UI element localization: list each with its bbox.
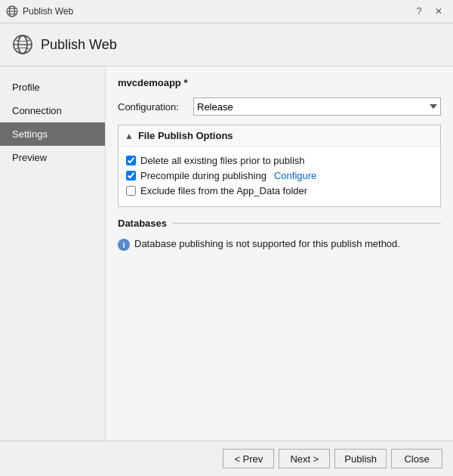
title-bar-controls: ? ✕ — [411, 5, 447, 18]
prev-button[interactable]: < Prev — [223, 449, 274, 468]
dialog-footer: < Prev Next > Publish Close — [0, 440, 453, 476]
title-bar-left: Publish Web — [6, 5, 73, 17]
dialog-title: Publish Web — [41, 37, 117, 53]
publish-web-title-icon — [6, 5, 18, 17]
sidebar-item-profile[interactable]: Profile — [0, 76, 105, 99]
title-bar: Publish Web ? ✕ — [0, 0, 453, 23]
expand-icon: ▲ — [125, 131, 134, 141]
close-window-button[interactable]: ✕ — [430, 5, 447, 18]
options-header-label: File Publish Options — [138, 130, 233, 141]
options-body: Delete all existing files prior to publi… — [119, 147, 440, 206]
dialog-body: Publish Web Profile Connection Settings … — [0, 23, 453, 476]
next-button[interactable]: Next > — [279, 449, 330, 468]
precompile-checkbox[interactable] — [126, 171, 136, 181]
exclude-appdata-row: Exclude files from the App_Data folder — [126, 185, 433, 196]
delete-existing-checkbox[interactable] — [126, 156, 136, 165]
config-select[interactable]: Release Debug — [193, 97, 441, 116]
databases-title-row: Databases — [118, 218, 441, 229]
sidebar-item-connection[interactable]: Connection — [0, 99, 105, 122]
databases-title: Databases — [118, 218, 167, 229]
file-publish-options-panel: ▲ File Publish Options Delete all existi… — [118, 125, 441, 207]
section-divider — [173, 223, 441, 224]
help-button[interactable]: ? — [411, 5, 427, 18]
exclude-appdata-checkbox[interactable] — [126, 186, 136, 196]
info-icon: i — [118, 239, 130, 251]
header-globe-icon — [12, 34, 33, 55]
sidebar-item-preview[interactable]: Preview — [0, 146, 105, 169]
content-area: mvcdemoapp * Configuration: Release Debu… — [106, 66, 453, 440]
options-header[interactable]: ▲ File Publish Options — [119, 125, 440, 147]
db-info-row: i Database publishing is not supported f… — [118, 235, 441, 254]
config-row: Configuration: Release Debug — [118, 97, 441, 116]
configure-link[interactable]: Configure — [274, 170, 316, 181]
delete-existing-label: Delete all existing files prior to publi… — [140, 155, 305, 166]
sidebar: Profile Connection Settings Preview — [0, 66, 106, 440]
db-info-text: Database publishing is not supported for… — [134, 238, 400, 249]
dialog-main: Profile Connection Settings Preview mvcd… — [0, 66, 453, 440]
publish-button[interactable]: Publish — [334, 449, 387, 468]
precompile-row: Precompile during publishing Configure — [126, 170, 433, 181]
close-button[interactable]: Close — [391, 449, 442, 468]
config-label: Configuration: — [118, 101, 186, 113]
precompile-label: Precompile during publishing — [140, 170, 267, 181]
delete-existing-row: Delete all existing files prior to publi… — [126, 155, 433, 166]
exclude-appdata-label: Exclude files from the App_Data folder — [140, 185, 307, 196]
databases-section: Databases i Database publishing is not s… — [118, 218, 441, 254]
title-bar-text: Publish Web — [23, 6, 73, 17]
app-name: mvcdemoapp * — [118, 77, 441, 88]
sidebar-item-settings[interactable]: Settings — [0, 122, 105, 146]
dialog-header: Publish Web — [0, 23, 453, 66]
